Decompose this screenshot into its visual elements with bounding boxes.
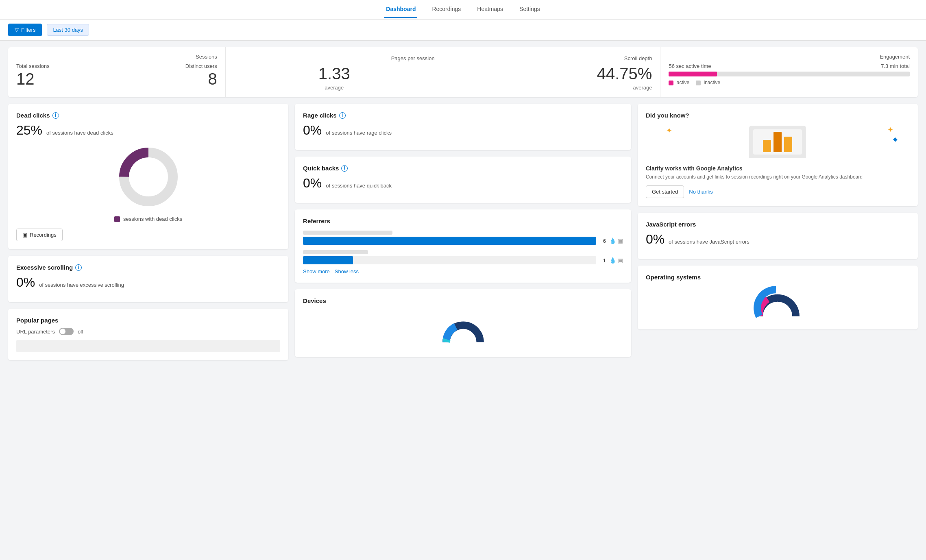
- engagement-label: Engagement: [669, 54, 910, 60]
- filter-icon: ▽: [15, 27, 19, 33]
- dead-clicks-info-icon[interactable]: i: [52, 112, 59, 119]
- engagement-stat: Engagement 56 sec active time 7.3 min to…: [660, 47, 918, 97]
- rage-clicks-desc: of sessions have rage clicks: [326, 130, 392, 136]
- mid-column: Rage clicks i 0% of sessions have rage c…: [295, 104, 631, 360]
- dead-clicks-desc: of sessions have dead clicks: [46, 130, 113, 136]
- url-params-state: off: [78, 329, 83, 335]
- nav-settings[interactable]: Settings: [518, 1, 542, 18]
- referrer-count-1: 1: [599, 257, 606, 264]
- recordings-button[interactable]: ▣ Recordings: [16, 229, 63, 241]
- scroll-avg: average: [451, 85, 652, 91]
- donut-chart: [116, 144, 181, 209]
- sessions-label: Sessions: [16, 54, 217, 60]
- popular-pages-card: Popular pages URL parameters off: [8, 309, 288, 360]
- js-errors-percent: 0%: [646, 232, 665, 246]
- dead-legend-square: [114, 216, 120, 222]
- nav-items: Dashboard Recordings Heatmaps Settings: [384, 1, 541, 18]
- active-dot: [669, 81, 673, 85]
- chart-bar-2: [773, 132, 782, 152]
- quick-backs-info-icon[interactable]: i: [341, 165, 348, 172]
- pages-stat: Pages per session 1.33 average: [226, 47, 443, 97]
- referrer-url-1: [303, 250, 368, 254]
- main-content: Sessions Total sessions Distinct users 1…: [0, 41, 926, 367]
- os-donut: [646, 285, 910, 321]
- js-errors-title: JavaScript errors: [646, 221, 696, 228]
- scroll-stat: Scroll depth 44.75% average: [443, 47, 661, 97]
- distinct-users-value: 8: [208, 70, 217, 88]
- nav-recordings[interactable]: Recordings: [430, 1, 462, 18]
- referrer-video-icon-0[interactable]: ▣: [618, 238, 623, 244]
- total-sessions-value: 12: [16, 70, 35, 88]
- excessive-scrolling-info-icon[interactable]: i: [75, 264, 82, 271]
- active-legend: active: [669, 80, 689, 85]
- top-nav: Dashboard Recordings Heatmaps Settings: [0, 0, 926, 20]
- quick-backs-card: Quick backs i 0% of sessions have quick …: [295, 157, 631, 203]
- engagement-bar-fill: [669, 72, 717, 76]
- referrer-item-1: 1 💧 ▣: [303, 249, 623, 264]
- referrer-droplet-icon-1[interactable]: 💧: [609, 257, 616, 264]
- date-range-button[interactable]: Last 30 days: [47, 24, 89, 36]
- filter-button[interactable]: ▽ Filters: [8, 24, 42, 36]
- url-params-toggle[interactable]: [59, 328, 74, 335]
- dead-clicks-percent: 25%: [16, 123, 42, 137]
- referrers-card: Referrers 6 💧: [295, 209, 631, 283]
- nav-heatmaps[interactable]: Heatmaps: [475, 1, 505, 18]
- did-you-know-title: Did you know?: [646, 112, 910, 119]
- quick-backs-percent: 0%: [303, 176, 322, 190]
- active-time: 56 sec active time: [669, 63, 711, 69]
- no-thanks-link[interactable]: No thanks: [689, 189, 713, 195]
- show-more-link[interactable]: Show more: [303, 268, 330, 275]
- dead-legend-text: sessions with dead clicks: [123, 216, 182, 222]
- monitor-icon: ▣: [22, 232, 27, 238]
- chart-bar-3: [784, 137, 792, 152]
- excessive-scrolling-percent: 0%: [16, 275, 35, 290]
- sparkle-icon-3: ◆: [893, 136, 898, 142]
- os-title: Operating systems: [646, 274, 701, 281]
- rage-clicks-title: Rage clicks: [303, 112, 337, 119]
- nav-dashboard[interactable]: Dashboard: [384, 1, 417, 18]
- quick-backs-desc: of sessions have quick back: [326, 183, 392, 189]
- right-column: Did you know? ✦ ✦ ◆ Clarity: [638, 104, 918, 360]
- rage-clicks-percent: 0%: [303, 123, 322, 137]
- dyk-illustration: ✦ ✦ ◆: [646, 124, 910, 160]
- pages-value: 1.33: [234, 65, 435, 83]
- get-started-button[interactable]: Get started: [646, 185, 684, 198]
- dead-clicks-title: Dead clicks: [16, 112, 50, 119]
- laptop-graphic: [749, 126, 806, 158]
- devices-title: Devices: [303, 297, 326, 304]
- quick-backs-title: Quick backs: [303, 165, 339, 172]
- js-errors-desc: of sessions have JavaScript errors: [669, 239, 750, 245]
- scroll-value: 44.75%: [451, 65, 652, 83]
- devices-donut: [303, 308, 623, 349]
- sparkle-icon-1: ✦: [666, 126, 672, 135]
- referrers-list: 6 💧 ▣: [303, 229, 623, 264]
- distinct-users-label: Distinct users: [185, 63, 217, 69]
- chart-bar-1: [763, 140, 771, 152]
- referrer-droplet-icon-0[interactable]: 💧: [609, 238, 616, 244]
- total-time: 7.3 min total: [881, 63, 910, 69]
- excessive-scrolling-title: Excessive scrolling: [16, 264, 73, 271]
- toolbar: ▽ Filters Last 30 days: [0, 20, 926, 41]
- scroll-label: Scroll depth: [451, 55, 652, 61]
- sparkle-icon-2: ✦: [887, 125, 893, 134]
- referrer-item-0: 6 💧 ▣: [303, 229, 623, 245]
- popular-pages-placeholder: [16, 340, 280, 352]
- dead-clicks-donut: [16, 144, 280, 209]
- excessive-scrolling-card: Excessive scrolling i 0% of sessions hav…: [8, 256, 288, 302]
- referrer-bar-1: [303, 256, 596, 264]
- dyk-desc: Connect your accounts and get links to s…: [646, 174, 910, 180]
- devices-card: Devices: [295, 289, 631, 357]
- inactive-dot: [696, 81, 701, 85]
- excessive-scrolling-desc: of sessions have excessive scrolling: [39, 282, 124, 288]
- cards-row: Dead clicks i 25% of sessions have dead …: [8, 104, 918, 360]
- show-less-link[interactable]: Show less: [335, 268, 359, 275]
- dead-clicks-card: Dead clicks i 25% of sessions have dead …: [8, 104, 288, 249]
- rage-clicks-info-icon[interactable]: i: [339, 112, 346, 119]
- inactive-legend: inactive: [696, 80, 720, 85]
- stats-row: Sessions Total sessions Distinct users 1…: [8, 47, 918, 97]
- referrer-bar-0: [303, 237, 596, 245]
- js-errors-card: JavaScript errors 0% of sessions have Ja…: [638, 213, 918, 259]
- referrer-video-icon-1[interactable]: ▣: [618, 257, 623, 264]
- left-column: Dead clicks i 25% of sessions have dead …: [8, 104, 288, 360]
- engagement-bar: [669, 72, 910, 76]
